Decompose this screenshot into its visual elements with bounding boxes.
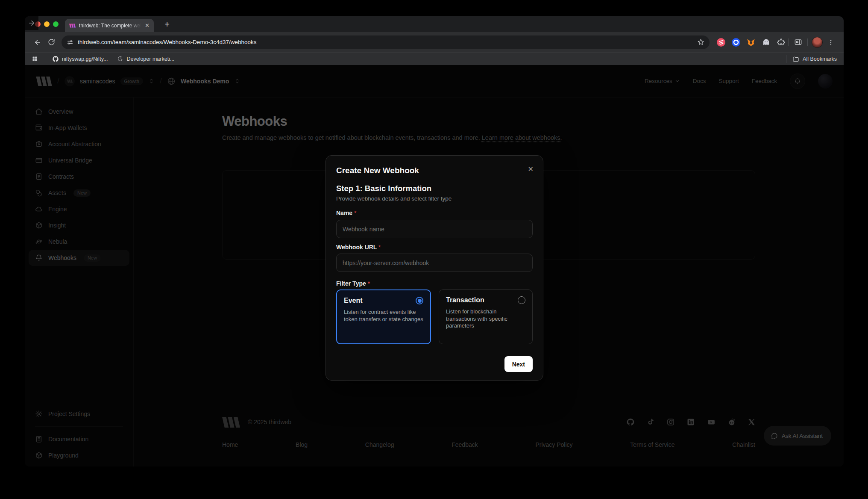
filter-option-event[interactable]: Event Listen for contract events like to… bbox=[336, 289, 431, 344]
modal-title: Create New Webhook bbox=[336, 166, 419, 175]
name-label: Name * bbox=[336, 210, 356, 216]
bookmark-label: Developer marketi... bbox=[126, 56, 174, 62]
toolbar-separator bbox=[788, 38, 789, 46]
traffic-lights bbox=[35, 21, 59, 27]
bookmarks-separator bbox=[46, 55, 46, 63]
all-bookmarks-label: All Bookmarks bbox=[803, 56, 837, 62]
crescent-icon bbox=[117, 56, 123, 62]
site-settings-icon[interactable] bbox=[67, 39, 73, 46]
close-icon[interactable]: ✕ bbox=[528, 166, 534, 173]
bookmark-item[interactable]: Developer marketi... bbox=[117, 56, 174, 62]
address-bar[interactable]: thirdweb.com/team/saminacodes/Webhooks-D… bbox=[62, 35, 710, 49]
option-description: Listen for contract events like token tr… bbox=[344, 309, 423, 323]
required-asterisk: * bbox=[368, 280, 370, 287]
webhook-url-input[interactable] bbox=[336, 254, 533, 272]
bookmark-label: niftyswap.gg/Nifty... bbox=[62, 56, 108, 62]
reload-icon[interactable] bbox=[44, 35, 58, 49]
step-subtitle: Provide webhook details and select filte… bbox=[336, 195, 452, 202]
filter-type-label: Filter Type * bbox=[336, 280, 370, 287]
tab-title: thirdweb: The complete web3 bbox=[79, 23, 141, 29]
step-title: Step 1: Basic Information bbox=[336, 184, 431, 193]
chrome-menu-icon[interactable] bbox=[824, 35, 838, 49]
next-button[interactable]: Next bbox=[504, 356, 533, 372]
minimize-window-button[interactable] bbox=[44, 21, 50, 27]
webpage: / saminacodes Growth / Webhooks Demo bbox=[25, 65, 844, 467]
bookmarks-separator bbox=[786, 55, 786, 63]
bookmark-star-icon[interactable] bbox=[697, 38, 704, 46]
radio-unselected-icon[interactable] bbox=[518, 296, 525, 304]
github-icon bbox=[52, 56, 59, 62]
tab-strip: thirdweb: The complete web3 ✕ + bbox=[25, 16, 844, 32]
option-title: Transaction bbox=[446, 296, 484, 304]
extension-metamask-icon[interactable] bbox=[746, 38, 756, 47]
required-asterisk: * bbox=[354, 210, 356, 216]
new-tab-button[interactable]: + bbox=[161, 18, 173, 31]
bookmark-item[interactable]: niftyswap.gg/Nifty... bbox=[52, 56, 108, 62]
browser-profile-avatar[interactable] bbox=[810, 35, 824, 49]
screenshot-canvas: thirdweb: The complete web3 ✕ + thirdweb… bbox=[0, 0, 868, 499]
tab-close-icon[interactable]: ✕ bbox=[145, 23, 150, 28]
toolbar-separator bbox=[807, 38, 808, 46]
required-asterisk: * bbox=[378, 244, 381, 251]
zoom-window-button[interactable] bbox=[53, 21, 59, 27]
folder-icon bbox=[792, 56, 799, 62]
extension-icons bbox=[716, 38, 786, 47]
webhook-name-input[interactable] bbox=[336, 220, 533, 238]
radio-selected-icon[interactable] bbox=[416, 297, 423, 304]
extension-red-wallet-icon[interactable] bbox=[716, 38, 726, 47]
url-text: thirdweb.com/team/saminacodes/Webhooks-D… bbox=[78, 39, 697, 45]
profile-avatar-image bbox=[812, 37, 823, 48]
filter-type-options: Event Listen for contract events like to… bbox=[336, 289, 533, 344]
apps-grid-icon[interactable] bbox=[32, 56, 38, 62]
browser-tab[interactable]: thirdweb: The complete web3 ✕ bbox=[65, 19, 154, 32]
forward-icon[interactable] bbox=[25, 16, 38, 30]
browser-toolbar: thirdweb.com/team/saminacodes/Webhooks-D… bbox=[25, 32, 844, 52]
extension-coinbase-icon[interactable] bbox=[731, 38, 741, 47]
filter-option-transaction[interactable]: Transaction Listen for blockchain transa… bbox=[439, 289, 533, 344]
all-bookmarks[interactable]: All Bookmarks bbox=[783, 55, 837, 63]
side-panel-search-icon[interactable] bbox=[791, 35, 805, 49]
option-description: Listen for blockchain transactions with … bbox=[446, 308, 525, 330]
webhook-url-label: Webhook URL * bbox=[336, 244, 381, 251]
option-title: Event bbox=[344, 297, 363, 304]
extension-phantom-icon[interactable] bbox=[761, 38, 771, 47]
bookmarks-bar: niftyswap.gg/Nifty... Developer marketi.… bbox=[25, 52, 844, 65]
extensions-puzzle-icon[interactable] bbox=[776, 38, 786, 47]
tab-favicon-thirdweb-icon bbox=[69, 24, 76, 28]
browser-window: thirdweb: The complete web3 ✕ + thirdweb… bbox=[25, 16, 844, 467]
create-webhook-modal: Create New Webhook ✕ Step 1: Basic Infor… bbox=[326, 155, 543, 381]
back-icon[interactable] bbox=[31, 35, 44, 49]
